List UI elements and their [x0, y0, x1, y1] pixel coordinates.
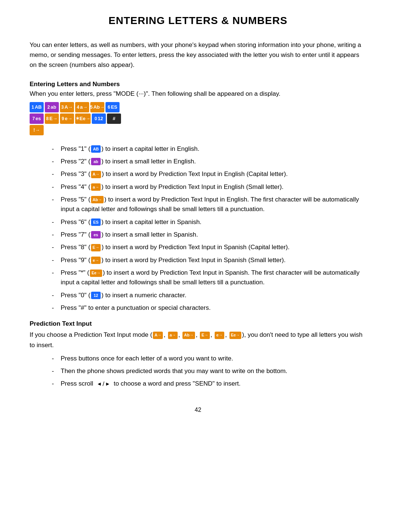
mode-cell-7: 7es [30, 113, 44, 124]
arrow-left-icon: ◄ [97, 380, 102, 388]
section2-title: Prediction Text Input [30, 320, 366, 328]
icon-ab-arrow: Ab→ [91, 196, 104, 203]
icon-pred-ab: Ab→ [182, 332, 195, 339]
mode-cell-3: 3A→ [60, 102, 74, 112]
icon-pred-a: A→ [153, 332, 163, 339]
icon-pred-a-small: a→ [168, 332, 178, 339]
icon-e-arrow: E→ [91, 244, 101, 251]
list-item: - Press "8" (E→) to insert a word by Pre… [52, 243, 366, 252]
section2-bullets: - Press buttons once for each letter of … [52, 354, 366, 389]
mode-cell-1: 1AB [30, 102, 44, 112]
section1-title: Entering Letters and Numbers [30, 81, 366, 88]
section-entering: Entering Letters and Numbers When you en… [30, 81, 366, 313]
mode-cell-9: 9e→ [60, 113, 74, 124]
intro-paragraph: You can enter letters, as well as number… [30, 40, 366, 70]
mode-display-grid: 1AB 2ab 3A→ 4a→ 5Ab→ 6ES 7es 8E→ 9e→ ✶Ee… [30, 102, 126, 135]
list-item: - Press "4" (a→) to insert a word by Pre… [52, 182, 366, 192]
icon-es: ES [91, 218, 101, 226]
list-item: - Press "*" (Ee→) to insert a word by Pr… [52, 268, 366, 288]
list-item: - Press "2" (ab) to insert a small lette… [52, 157, 366, 166]
mode-cell-star: ✶Ee→ [75, 113, 91, 124]
list-item: - Press "9" (e→) to insert a word by Pre… [52, 255, 366, 265]
mode-cell-6: 6ES [105, 102, 120, 112]
icon-pred-ee: Ee→ [229, 332, 241, 339]
icon-12: 12 [91, 292, 101, 299]
page-title: ENTERING LETTERS & NUMBERS [30, 15, 366, 27]
icon-es-small: es [91, 231, 101, 238]
list-item: - Press "0" (12) to insert a numeric cha… [52, 291, 366, 300]
icon-ab: AB [91, 145, 101, 153]
mode-cell-5: 5Ab→ [90, 102, 104, 112]
list-item: - Press "7" (es) to insert a small lette… [52, 230, 366, 240]
page-footer: 42 [30, 407, 366, 413]
mode-cell-2: 2ab [45, 102, 59, 112]
icon-e-small-arrow: e→ [91, 257, 101, 264]
list-item: - Press "#" to enter a punctuation or sp… [52, 303, 366, 313]
list-item: - Press "3" (A→) to insert a word by Pre… [52, 169, 366, 179]
section1-subtitle: When you enter letters, press "MODE (···… [30, 90, 366, 98]
list-item: - Press "1" (AB) to insert a capital let… [52, 144, 366, 154]
list-item: - Press "6" (ES) to insert a capital let… [52, 217, 366, 227]
scroll-arrows: ◄/► [97, 379, 110, 389]
icon-ee-arrow: Ee→ [90, 270, 102, 277]
page-number: 42 [195, 407, 201, 413]
mode-cell-4: 4a→ [75, 102, 89, 112]
mode-cell-0: 012 [92, 113, 106, 124]
icon-ab-small: ab [91, 158, 101, 165]
list-item: - Press buttons once for each letter of … [52, 354, 366, 363]
list-item: - Press "5" (Ab→) to insert a word by Pr… [52, 195, 366, 214]
icon-pred-e: E→ [200, 332, 209, 339]
icon-pred-e-small: e→ [215, 332, 224, 339]
arrow-right-icon: ► [105, 380, 110, 388]
mode-cell-hash: # [107, 113, 121, 124]
mode-cell-excl: !→ [30, 125, 44, 135]
section1-bullets: - Press "1" (AB) to insert a capital let… [52, 144, 366, 313]
list-item: - Press scroll ◄/► to choose a word and … [52, 379, 366, 389]
icon-a-small-arrow: a→ [91, 183, 101, 191]
mode-cell-8: 8E→ [45, 113, 59, 124]
icon-a-arrow: A→ [91, 171, 101, 178]
section2-intro: If you choose a Prediction Text Input mo… [30, 330, 366, 350]
section-prediction: Prediction Text Input If you choose a Pr… [30, 320, 366, 389]
list-item: - Then the phone shows predicted words t… [52, 366, 366, 376]
